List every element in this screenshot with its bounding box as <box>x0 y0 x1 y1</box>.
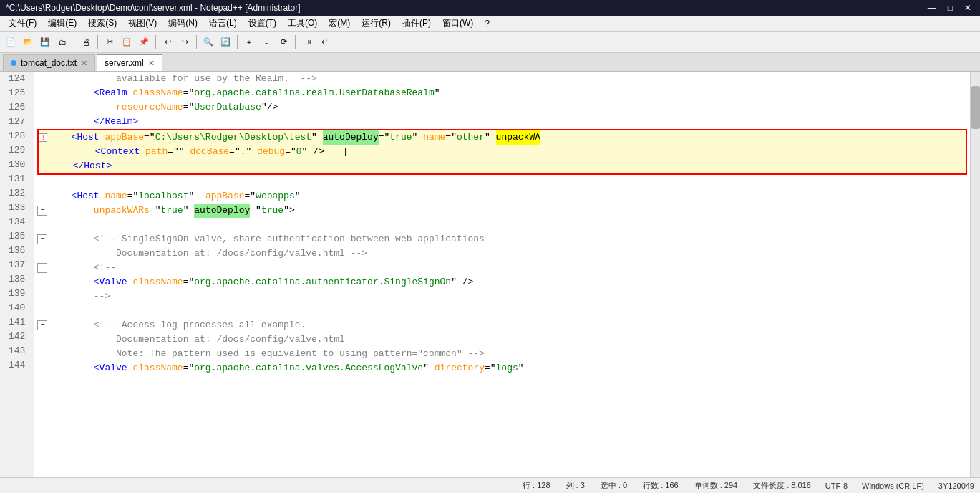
code-line-137: − <!-- <box>37 261 967 275</box>
toolbar-sep4 <box>196 35 197 49</box>
status-position: 行 : 128 列 : 3 选中 : 0 行数 : 166 单词数 : 294 … <box>523 480 811 491</box>
line-num-141: 141 <box>4 315 29 330</box>
line-num-131: 131 <box>4 172 29 186</box>
line-num-139: 139 <box>4 287 29 301</box>
minimize-button[interactable]: — <box>925 3 939 13</box>
code-line-135: − <!-- SingleSignOn valve, share authent… <box>37 232 967 247</box>
code-line-131 <box>37 175 967 189</box>
line-num-138: 138 <box>4 272 29 287</box>
line-num-128: 128 <box>4 129 29 143</box>
cursor: | <box>343 145 349 159</box>
menu-language[interactable]: 语言(L) <box>203 16 243 31</box>
toolbar-replace[interactable]: 🔄 <box>218 34 233 50</box>
toolbar-redo[interactable]: ↪ <box>177 34 193 50</box>
line-num-144: 144 <box>4 358 29 373</box>
titlebar-title: *C:\Users\Rodger\Desktop\Demo\conf\serve… <box>6 3 301 13</box>
statusbar: 行 : 128 列 : 3 选中 : 0 行数 : 166 单词数 : 294 … <box>0 477 980 493</box>
maximize-button[interactable]: □ <box>945 3 956 13</box>
tab-label-tomcat: tomcat_doc.txt <box>21 58 77 68</box>
line-num-127: 127 <box>4 115 29 129</box>
toolbar-sep3 <box>155 35 156 49</box>
toolbar-paste[interactable]: 📌 <box>136 34 152 50</box>
code-line-127: </Realm> <box>37 115 967 129</box>
line-num-143: 143 <box>4 344 29 358</box>
code-content[interactable]: available for use by the Realm. --> <Rea… <box>34 72 970 477</box>
fold-133[interactable]: − <box>37 206 47 216</box>
titlebar-controls[interactable]: — □ ✕ <box>925 3 974 13</box>
line-numbers: 1241251261271281291301311321331341351361… <box>0 72 34 477</box>
toolbar: 📄 📂 💾 🗂 🖨 ✂ 📋 📌 ↩ ↪ 🔍 🔄 + - ⟳ ⇥ ↵ <box>0 32 980 53</box>
code-line-136: Documentation at: /docs/config/valve.htm… <box>37 247 967 261</box>
line-num-124: 124 <box>4 72 29 86</box>
menubar: 文件(F) 编辑(E) 搜索(S) 视图(V) 编码(N) 语言(L) 设置(T… <box>0 16 980 32</box>
toolbar-sep5 <box>237 35 238 49</box>
code-line-138: <Valve className="org.apache.catalina.au… <box>37 275 967 289</box>
line-num-136: 136 <box>4 244 29 258</box>
code-line-124: available for use by the Realm. --> <box>37 72 967 86</box>
toolbar-new[interactable]: 📄 <box>3 34 19 50</box>
toolbar-sep6 <box>295 35 296 49</box>
toolbar-zoomout[interactable]: - <box>258 34 274 50</box>
menu-macro[interactable]: 宏(M) <box>323 16 356 31</box>
fold-135[interactable]: − <box>37 234 47 244</box>
menu-settings[interactable]: 设置(T) <box>243 16 282 31</box>
tab-serverxml[interactable]: server.xml ✕ <box>97 54 162 71</box>
status-encoding: UTF-8 <box>825 482 848 490</box>
code-line-143: Note: The pattern used is equivalent to … <box>37 347 967 361</box>
line-num-134: 134 <box>4 215 29 229</box>
toolbar-cut[interactable]: ✂ <box>102 34 117 50</box>
toolbar-find[interactable]: 🔍 <box>200 34 216 50</box>
menu-edit[interactable]: 编辑(E) <box>42 16 82 31</box>
code-line-144: <Valve className="org.apache.catalina.va… <box>37 361 967 375</box>
code-line-128: ! <Host appBase="C:\Users\Rodger\Desktop… <box>37 129 967 145</box>
line-num-130: 130 <box>4 158 29 172</box>
tab-tomcat[interactable]: tomcat_doc.txt ✕ <box>3 54 95 71</box>
toolbar-copy[interactable]: 📋 <box>119 34 135 50</box>
menu-search[interactable]: 搜索(S) <box>82 16 122 31</box>
toolbar-saveall[interactable]: 🗂 <box>54 34 70 50</box>
toolbar-indent[interactable]: ⇥ <box>299 34 315 50</box>
menu-help[interactable]: ? <box>479 17 495 30</box>
toolbar-wrap[interactable]: ↵ <box>316 34 332 50</box>
menu-run[interactable]: 运行(R) <box>356 16 397 31</box>
code-line-129: <Context path="" docBase="." debug="0" /… <box>37 145 967 159</box>
scrollbar-vertical[interactable] <box>970 72 980 477</box>
toolbar-open[interactable]: 📂 <box>20 34 36 50</box>
line-num-129: 129 <box>4 143 29 158</box>
toolbar-sep2 <box>97 35 98 49</box>
scrollbar-thumb[interactable] <box>971 86 980 129</box>
tab-close-tomcat[interactable]: ✕ <box>81 59 87 68</box>
fold-137[interactable]: − <box>37 263 47 273</box>
menu-window[interactable]: 窗口(W) <box>437 16 479 31</box>
toolbar-undo[interactable]: ↩ <box>160 34 175 50</box>
menu-view[interactable]: 视图(V) <box>122 16 162 31</box>
menu-tools[interactable]: 工具(O) <box>282 16 323 31</box>
toolbar-zoomin[interactable]: + <box>241 34 257 50</box>
line-num-125: 125 <box>4 86 29 100</box>
code-line-133: − unpackWARs="true" autoDeploy="true"> <box>37 204 967 218</box>
menu-encoding[interactable]: 编码(N) <box>162 16 203 31</box>
toolbar-sync[interactable]: ⟳ <box>276 34 291 50</box>
line-num-135: 135 <box>4 229 29 244</box>
editor: 1241251261271281291301311321331341351361… <box>0 72 980 477</box>
toolbar-save[interactable]: 💾 <box>37 34 53 50</box>
code-line-130: </Host> <box>37 159 967 175</box>
titlebar: *C:\Users\Rodger\Desktop\Demo\conf\serve… <box>0 0 980 16</box>
code-line-126: resourceName="UserDatabase"/> <box>37 100 967 115</box>
code-line-125: <Realm className="org.apache.catalina.re… <box>37 86 967 100</box>
menu-file[interactable]: 文件(F) <box>3 16 42 31</box>
fold-141[interactable]: − <box>37 320 47 330</box>
line-num-132: 132 <box>4 186 29 201</box>
code-line-132: <Host name="localhost" appBase="webapps" <box>37 189 967 204</box>
toolbar-sep1 <box>74 35 74 49</box>
menu-plugins[interactable]: 插件(P) <box>397 16 437 31</box>
tab-dot-tomcat <box>11 60 16 66</box>
close-button[interactable]: ✕ <box>961 3 974 13</box>
tab-close-serverxml[interactable]: ✕ <box>148 59 155 68</box>
toolbar-print[interactable]: 🖨 <box>78 34 94 50</box>
code-line-134 <box>37 218 967 232</box>
code-line-141: − <!-- Access log processes all example. <box>37 318 967 332</box>
error-marker-128: ! <box>39 133 47 142</box>
code-line-142: Documentation at: /docs/config/valve.htm… <box>37 332 967 347</box>
line-num-133: 133 <box>4 201 29 215</box>
